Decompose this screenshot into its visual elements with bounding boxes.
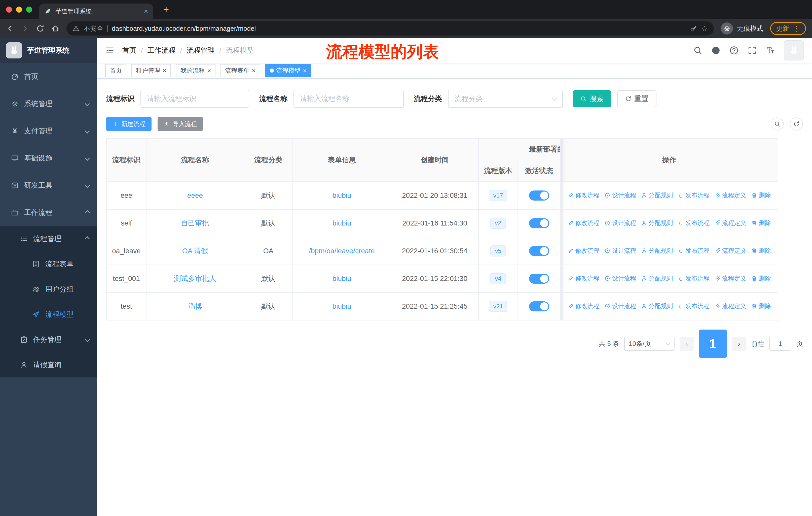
active-toggle[interactable] [529, 274, 549, 284]
action-publish-process[interactable]: 发布流程 [678, 191, 709, 199]
action-design-process[interactable]: 设计流程 [604, 191, 636, 199]
github-icon[interactable] [711, 46, 720, 55]
url-bar[interactable]: 不安全 dashboard.yudao.iocoder.cn/bpm/manag… [66, 21, 714, 35]
breadcrumb-item[interactable]: 工作流程 [147, 46, 176, 55]
action-design-process[interactable]: 设计流程 [604, 302, 636, 310]
action-assign-rules[interactable]: 分配规则 [641, 274, 673, 282]
search-button[interactable]: 搜索 [573, 90, 611, 107]
sidebar-item-infrastructure[interactable]: 基础设施 [0, 145, 97, 172]
window-zoom-button[interactable] [26, 6, 32, 12]
tab-close-icon[interactable]: × [144, 8, 148, 15]
sidebar-item-home[interactable]: 首页 [0, 63, 97, 90]
process-name-link[interactable]: OA 请假 [182, 247, 208, 255]
tag-process-model-active[interactable]: 流程模型 × [265, 64, 311, 77]
create-process-button[interactable]: 新建流程 [106, 117, 151, 131]
tag-close-icon[interactable]: × [252, 67, 256, 74]
process-id-input[interactable] [141, 90, 249, 108]
tag-close-icon[interactable]: × [207, 67, 211, 74]
action-edit-process[interactable]: 修改流程 [568, 219, 600, 227]
active-toggle[interactable] [529, 301, 549, 311]
sidebar-item-leave-query[interactable]: 请假查询 [0, 352, 97, 377]
action-delete[interactable]: 删除 [751, 219, 771, 227]
action-process-definition[interactable]: 流程定义 [715, 274, 746, 282]
form-info-link[interactable]: biubiu [332, 219, 351, 227]
action-edit-process[interactable]: 修改流程 [568, 247, 600, 255]
toggle-search-button search-icon[interactable] [771, 117, 784, 131]
action-edit-process[interactable]: 修改流程 [568, 302, 600, 310]
sidebar-item-process-management[interactable]: 流程管理 [0, 226, 97, 251]
sidebar-toggle-button hamburger-icon[interactable] [97, 38, 122, 63]
process-name-link[interactable]: 滔博 [188, 302, 202, 310]
password-key-icon[interactable] [690, 25, 697, 32]
forward-button forward-icon[interactable] [21, 24, 29, 32]
tag-close-icon[interactable]: × [303, 67, 307, 74]
process-name-link[interactable]: eeee [187, 191, 203, 199]
new-tab-button plus-icon[interactable]: + [160, 3, 172, 16]
action-process-definition[interactable]: 流程定义 [715, 247, 746, 255]
tag-tenant-management[interactable]: 租户管理 × [132, 64, 171, 77]
help-icon[interactable] [729, 46, 738, 55]
sidebar-item-system-management[interactable]: 系统管理 [0, 90, 97, 117]
breadcrumb-item[interactable]: 流程管理 [187, 46, 215, 55]
action-publish-process[interactable]: 发布流程 [678, 219, 709, 227]
reset-button[interactable]: 重置 [617, 90, 657, 107]
reload-button reload-icon[interactable] [36, 24, 44, 32]
window-close-button[interactable] [6, 6, 12, 12]
action-process-definition[interactable]: 流程定义 [715, 219, 746, 227]
action-process-definition[interactable]: 流程定义 [715, 191, 746, 199]
active-toggle[interactable] [529, 190, 549, 200]
sidebar-item-workflow[interactable]: 工作流程 [0, 199, 97, 226]
form-info-link[interactable]: biubiu [332, 191, 351, 199]
font-size-icon[interactable] [766, 46, 775, 55]
fullscreen-icon[interactable] [748, 46, 757, 55]
process-name-link[interactable]: 测试多审批人 [174, 275, 216, 282]
action-publish-process[interactable]: 发布流程 [678, 247, 709, 255]
user-avatar[interactable] [784, 40, 804, 60]
window-minimize-button[interactable] [16, 6, 22, 12]
sidebar-item-payment-management[interactable]: ¥ 支付管理 [0, 117, 97, 145]
browser-tab[interactable]: 芋道管理系统 × [39, 3, 153, 19]
action-delete[interactable]: 删除 [751, 302, 771, 310]
action-edit-process[interactable]: 修改流程 [568, 274, 600, 282]
sidebar-item-dev-tools[interactable]: 研发工具 [0, 172, 97, 199]
action-delete[interactable]: 删除 [751, 247, 771, 255]
tag-home[interactable]: 首页 [105, 64, 126, 77]
tag-my-processes[interactable]: 我的流程 × [176, 64, 215, 77]
page-number-button[interactable]: 1 [699, 330, 727, 358]
browser-update-button[interactable]: 更新 ⋮ [770, 22, 806, 35]
process-name-input[interactable] [293, 90, 404, 108]
goto-page-input[interactable] [769, 336, 791, 351]
sidebar-item-process-model[interactable]: 流程模型 [0, 302, 97, 327]
sidebar-item-process-form[interactable]: 流程表单 [0, 251, 97, 277]
sidebar-item-user-group[interactable]: 用户分组 [0, 277, 97, 302]
tag-process-form[interactable]: 流程表单 × [221, 64, 260, 77]
breadcrumb-item[interactable]: 首页 [122, 46, 137, 55]
action-design-process[interactable]: 设计流程 [604, 247, 636, 255]
action-design-process[interactable]: 设计流程 [604, 274, 636, 282]
prev-page-button chevron-left-icon[interactable]: ‹ [679, 336, 694, 351]
action-assign-rules[interactable]: 分配规则 [641, 219, 673, 227]
process-name-link[interactable]: 自己审批 [181, 219, 209, 227]
action-delete[interactable]: 删除 [751, 191, 771, 199]
bookmark-star-icon[interactable]: ☆ [701, 24, 708, 33]
browser-menu-kebab-icon[interactable]: ⋮ [793, 24, 800, 33]
next-page-button chevron-right-icon[interactable]: › [732, 336, 746, 351]
search-icon[interactable] [693, 46, 702, 55]
action-assign-rules[interactable]: 分配规则 [641, 302, 673, 310]
action-assign-rules[interactable]: 分配规则 [641, 191, 673, 199]
back-button back-icon[interactable] [6, 24, 14, 32]
action-edit-process[interactable]: 修改流程 [568, 191, 600, 199]
active-toggle[interactable] [529, 218, 549, 228]
action-publish-process[interactable]: 发布流程 [678, 302, 709, 310]
import-process-button[interactable]: 导入流程 [157, 117, 203, 131]
url-text[interactable]: dashboard.yudao.iocoder.cn/bpm/manager/m… [112, 25, 686, 32]
page-size-select[interactable]: 10条/页 [624, 336, 674, 351]
security-label[interactable]: 不安全 [84, 24, 103, 33]
form-info-link[interactable]: /bpm/oa/leave/create [309, 247, 375, 255]
action-publish-process[interactable]: 发布流程 [678, 274, 709, 282]
process-category-select[interactable]: 流程分类 [448, 90, 563, 108]
form-info-link[interactable]: biubiu [332, 275, 351, 282]
action-assign-rules[interactable]: 分配规则 [641, 247, 673, 255]
form-info-link[interactable]: biubiu [332, 302, 351, 310]
refresh-table-button refresh-icon[interactable] [790, 117, 803, 131]
